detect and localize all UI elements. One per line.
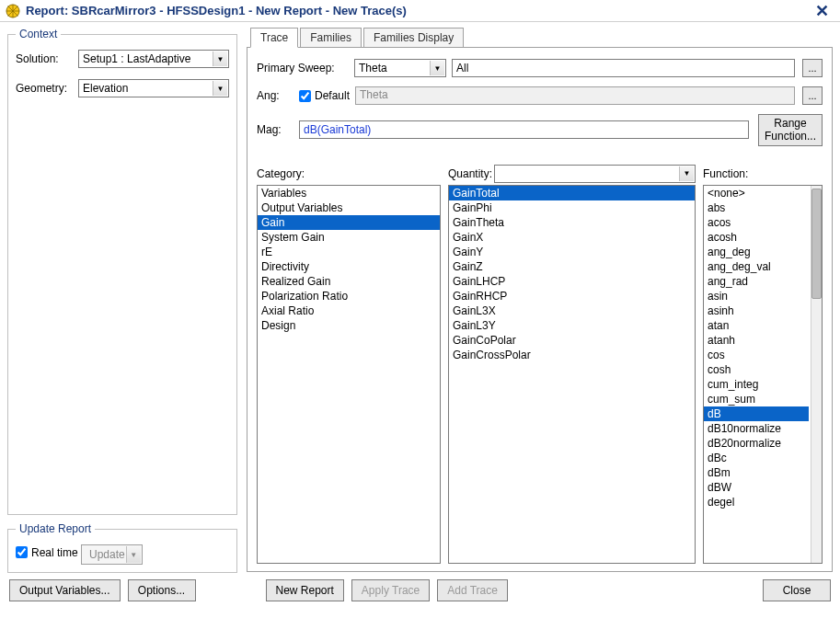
function-item[interactable]: dB	[704, 406, 809, 421]
quantity-item[interactable]: GainZ	[449, 259, 695, 274]
solution-select[interactable]: Setup1 : LastAdaptive ▼	[78, 50, 229, 68]
update-label: Update	[89, 548, 125, 561]
category-item[interactable]: Gain	[258, 215, 440, 230]
category-item[interactable]: Realized Gain	[258, 274, 440, 289]
quantity-item[interactable]: GainPhi	[449, 200, 695, 215]
geometry-select[interactable]: Elevation ▼	[78, 79, 229, 97]
quantity-item[interactable]: GainY	[449, 245, 695, 259]
category-item[interactable]: rE	[258, 245, 440, 259]
function-item[interactable]: atan	[704, 318, 809, 333]
function-item[interactable]: dB20normalize	[704, 436, 809, 451]
window-title: Report: SBRcarMirror3 - HFSSDesign1 - Ne…	[26, 4, 407, 17]
ang-field: Theta	[355, 86, 795, 105]
function-item[interactable]: ang_deg	[704, 245, 809, 259]
quantity-filter-select[interactable]: ▼	[494, 165, 696, 183]
quantity-item[interactable]: GainCrossPolar	[449, 348, 695, 362]
function-listbox[interactable]: <none>absacosacoshang_degang_deg_valang_…	[703, 185, 823, 564]
category-item[interactable]: Directivity	[258, 259, 440, 274]
category-item[interactable]: Polarization Ratio	[258, 289, 440, 303]
range-function-button[interactable]: Range Function...	[758, 114, 823, 146]
quantity-item[interactable]: GainRHCP	[449, 289, 695, 303]
function-item[interactable]: acosh	[704, 230, 809, 245]
function-item[interactable]: dBW	[704, 480, 809, 495]
chevron-down-icon: ▼	[126, 546, 141, 563]
mag-label: Mag:	[257, 123, 293, 136]
function-item[interactable]: degel	[704, 495, 809, 509]
geometry-value: Elevation	[83, 82, 128, 95]
update-report-legend: Update Report	[16, 522, 95, 535]
function-label: Function:	[703, 167, 748, 180]
tab-families[interactable]: Families	[300, 28, 362, 48]
function-item[interactable]: abs	[704, 200, 809, 215]
function-item[interactable]: asin	[704, 289, 809, 303]
function-item[interactable]: ang_rad	[704, 274, 809, 289]
category-item[interactable]: Axial Ratio	[258, 303, 440, 318]
ang-default-checkbox[interactable]	[299, 90, 311, 102]
ang-browse[interactable]: ...	[802, 86, 823, 105]
realtime-text: Real time	[31, 546, 78, 559]
primary-sweep-label: Primary Sweep:	[257, 62, 349, 74]
realtime-checkbox[interactable]	[16, 546, 28, 558]
tab-trace[interactable]: Trace	[250, 28, 298, 48]
output-variables-button[interactable]: Output Variables...	[9, 579, 121, 601]
category-item[interactable]: Variables	[258, 186, 440, 200]
solution-label: Solution:	[16, 52, 78, 65]
chevron-down-icon[interactable]: ▼	[213, 81, 227, 96]
quantity-item[interactable]: GainLHCP	[449, 274, 695, 289]
realtime-checkbox-label[interactable]: Real time	[16, 546, 78, 559]
category-label: Category:	[257, 167, 305, 180]
quantity-item[interactable]: GainX	[449, 230, 695, 245]
quantity-listbox[interactable]: GainTotalGainPhiGainThetaGainXGainYGainZ…	[448, 185, 696, 564]
update-button: Update ▼	[81, 544, 143, 565]
category-item[interactable]: System Gain	[258, 230, 440, 245]
close-button[interactable]: Close	[763, 579, 831, 601]
category-listbox[interactable]: VariablesOutput VariablesGainSystem Gain…	[257, 185, 441, 564]
app-icon	[6, 4, 20, 18]
quantity-item[interactable]: GainTotal	[449, 186, 695, 200]
function-item[interactable]: cum_sum	[704, 392, 809, 406]
solution-value: Setup1 : LastAdaptive	[83, 52, 190, 65]
ang-default-checkbox-label[interactable]: Default	[299, 89, 350, 102]
function-item[interactable]: acos	[704, 215, 809, 230]
add-trace-button: Add Trace	[437, 579, 508, 601]
primary-sweep-select[interactable]: Theta ▼	[354, 59, 446, 77]
primary-sweep-value: Theta	[359, 62, 387, 74]
ang-default-text: Default	[315, 89, 350, 102]
new-report-button[interactable]: New Report	[266, 579, 344, 601]
function-item[interactable]: <none>	[704, 186, 809, 200]
close-icon[interactable]: ✕	[810, 3, 834, 19]
quantity-label: Quantity:	[448, 167, 492, 180]
tab-families-display[interactable]: Families Display	[363, 28, 464, 48]
function-item[interactable]: ang_deg_val	[704, 259, 809, 274]
context-legend: Context	[16, 28, 61, 40]
quantity-item[interactable]: GainL3Y	[449, 318, 695, 333]
quantity-item[interactable]: GainL3X	[449, 303, 695, 318]
chevron-down-icon[interactable]: ▼	[679, 166, 694, 181]
apply-trace-button: Apply Trace	[351, 579, 430, 601]
geometry-label: Geometry:	[16, 82, 78, 95]
primary-sweep-browse[interactable]: ...	[802, 59, 823, 77]
chevron-down-icon[interactable]: ▼	[430, 61, 444, 75]
function-item[interactable]: dBc	[704, 451, 809, 465]
quantity-item[interactable]: GainCoPolar	[449, 333, 695, 348]
function-item[interactable]: cos	[704, 348, 809, 362]
category-item[interactable]: Output Variables	[258, 200, 440, 215]
function-item[interactable]: atanh	[704, 333, 809, 348]
function-item[interactable]: asinh	[704, 303, 809, 318]
mag-field[interactable]	[299, 120, 749, 139]
chevron-down-icon[interactable]: ▼	[213, 52, 227, 66]
primary-sweep-scope[interactable]	[452, 59, 795, 77]
function-item[interactable]: dBm	[704, 465, 809, 480]
function-item[interactable]: cum_integ	[704, 377, 809, 392]
quantity-item[interactable]: GainTheta	[449, 215, 695, 230]
options-button[interactable]: Options...	[128, 579, 196, 601]
category-item[interactable]: Design	[258, 318, 440, 333]
function-item[interactable]: cosh	[704, 362, 809, 377]
ang-label: Ang:	[257, 89, 293, 102]
function-item[interactable]: dB10normalize	[704, 421, 809, 436]
